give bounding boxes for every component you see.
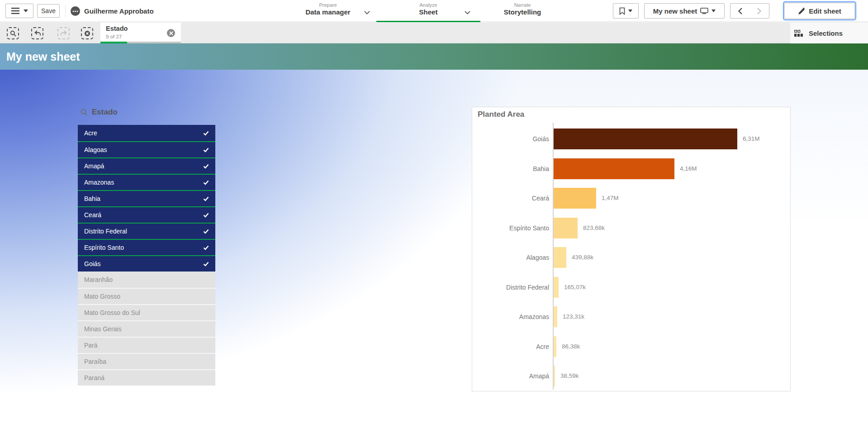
bar-ceara[interactable] [554, 188, 596, 209]
checkmark-icon [203, 245, 209, 250]
bar-goias[interactable] [554, 129, 737, 149]
selections-toolbar: Estado 9 of 27 Selections [0, 23, 868, 43]
filter-item-maranhao[interactable]: Maranhão [78, 272, 215, 288]
selection-progress-fill [100, 42, 127, 43]
selections-forward-button[interactable] [57, 27, 70, 39]
bar-category-label: Goiás [472, 129, 549, 149]
filter-item-parana[interactable]: Paraná [78, 369, 215, 386]
clear-all-selections-button[interactable] [81, 27, 93, 39]
filter-item-paraiba[interactable]: Paraíba [78, 353, 215, 369]
checkmark-icon [203, 229, 209, 234]
filter-item-label: Paraíba [84, 358, 106, 365]
filter-item-para[interactable]: Pará [78, 337, 215, 353]
bar-bahia[interactable] [554, 158, 674, 179]
filter-item-goias[interactable]: Goiás [78, 255, 215, 272]
bar-alagoas[interactable] [554, 247, 566, 268]
next-sheet-button[interactable] [749, 3, 769, 19]
nav-section-label: Narrate [470, 2, 574, 8]
user-name[interactable]: Guilherme Approbato [84, 0, 154, 22]
edit-sheet-button[interactable]: Edit sheet [784, 3, 855, 19]
filter-pane-header: Estado [81, 108, 118, 117]
bar-value-label: 38,59k [560, 366, 579, 386]
search-icon [10, 30, 16, 37]
chevron-down-icon[interactable] [465, 11, 470, 14]
bar-category-label: Espírito Santo [472, 218, 549, 238]
bar-amapa[interactable] [554, 366, 555, 386]
filter-item-amazonas[interactable]: Amazonas [78, 174, 215, 190]
redo-arrow-icon [61, 30, 67, 36]
bar-value-label: 6,31M [743, 129, 760, 149]
filter-pane-title: Estado [92, 108, 118, 117]
filter-item-acre[interactable]: Acre [78, 125, 215, 141]
filter-item-mato-grosso[interactable]: Mato Grosso [78, 288, 215, 304]
bar-amazonas[interactable] [554, 306, 557, 327]
filter-item-label: Espírito Santo [84, 244, 124, 251]
filter-item-label: Amapá [84, 162, 104, 170]
bar-value-label: 86,38k [562, 336, 580, 357]
bar-value-label: 4,16M [680, 158, 697, 179]
smart-search-button[interactable] [7, 27, 19, 39]
chevron-down-icon[interactable] [364, 11, 370, 14]
previous-sheet-button[interactable] [730, 3, 750, 19]
filter-item-bahia[interactable]: Bahia [78, 190, 215, 206]
nav-analyze-sheet[interactable]: Analyze Sheet [376, 0, 480, 22]
sheet-selector-label: My new sheet [653, 7, 697, 15]
selections-back-button[interactable] [31, 27, 43, 39]
selections-panel-toggle[interactable]: Selections [790, 23, 868, 43]
bar-value-label: 823,68k [583, 218, 605, 238]
bar-value-label: 165,07k [564, 277, 586, 298]
checkmark-icon [203, 131, 209, 136]
bar-espirito-santo[interactable] [554, 218, 578, 238]
close-icon [169, 31, 173, 35]
hamburger-icon [11, 8, 19, 14]
nav-narrate-storytelling[interactable]: Narrate Storytelling [470, 0, 574, 22]
filter-item-label: Goiás [84, 260, 101, 267]
sheet-title-banner: My new sheet [0, 43, 868, 70]
filter-item-espirito-santo[interactable]: Espírito Santo [78, 239, 215, 255]
bar-category-label: Ceará [472, 188, 549, 209]
bookmarks-button[interactable] [613, 3, 639, 19]
nav-prepare-data-manager[interactable]: Prepare Data manager [276, 0, 380, 22]
selections-label: Selections [809, 29, 843, 37]
filter-item-label: Acre [84, 129, 97, 137]
global-menu-button[interactable] [5, 4, 33, 18]
filter-item-label: Amazonas [84, 179, 114, 186]
bar-value-label: 123,31k [563, 306, 584, 327]
filter-item-label: Bahia [84, 195, 100, 202]
bar-category-label: Alagoas [472, 247, 549, 268]
bar-value-label: 439,88k [572, 247, 593, 268]
sheet-title: My new sheet [6, 43, 80, 70]
selection-chip-estado[interactable]: Estado 9 of 27 [100, 23, 181, 43]
chevron-right-icon [757, 8, 761, 14]
search-icon[interactable] [81, 109, 88, 116]
bar-acre[interactable] [554, 336, 556, 357]
chevron-left-icon [738, 8, 742, 14]
clear-selections-icon [84, 30, 90, 37]
bar-distrito-federal[interactable] [554, 277, 559, 298]
nav-section-label: Analyze [376, 2, 480, 8]
top-bar: Save Guilherme Approbato Prepare Data ma… [0, 0, 868, 22]
filter-item-label: Alagoas [84, 146, 107, 153]
filter-item-distrito-federal[interactable]: Distrito Federal [78, 223, 215, 239]
planted-area-chart-card: Planted Area Goiás6,31MBahia4,16MCeará1,… [472, 107, 791, 391]
user-avatar[interactable] [71, 6, 80, 16]
filter-item-mato-grosso-do-sul[interactable]: Mato Grosso do Sul [78, 304, 215, 320]
filter-item-label: Maranhão [84, 276, 113, 283]
checkmark-icon [203, 148, 209, 152]
filter-item-ceara[interactable]: Ceará [78, 206, 215, 223]
save-button[interactable]: Save [37, 4, 60, 18]
bar-category-label: Amapá [472, 366, 549, 386]
bar-category-label: Amazonas [472, 306, 549, 327]
caret-down-icon [628, 10, 632, 12]
filter-item-amapa[interactable]: Amapá [78, 157, 215, 174]
dots-icon [72, 10, 78, 12]
sheet-selector-button[interactable]: My new sheet [644, 3, 725, 19]
filter-item-alagoas[interactable]: Alagoas [78, 141, 215, 157]
checkmark-icon [203, 164, 209, 169]
edit-sheet-label: Edit sheet [809, 7, 841, 15]
checkmark-icon [203, 196, 209, 201]
selection-chip-close-button[interactable] [167, 29, 175, 37]
filter-item-minas-gerais[interactable]: Minas Gerais [78, 320, 215, 337]
filter-item-label: Pará [84, 342, 98, 349]
filter-item-label: Mato Grosso do Sul [84, 309, 140, 316]
